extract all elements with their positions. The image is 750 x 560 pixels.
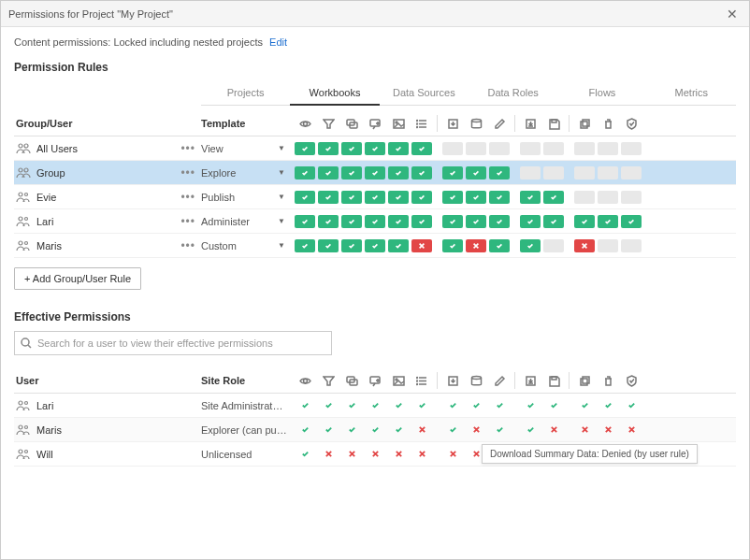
search-box[interactable] [14,331,332,355]
capability-cell[interactable] [543,239,564,252]
rule-row[interactable]: All Users•••View▼ [14,136,736,161]
capability-cell[interactable] [489,142,510,155]
capability-cell[interactable] [598,191,618,204]
capability-cell[interactable] [442,191,463,204]
capability-cell[interactable] [574,191,595,204]
capability-cell[interactable] [295,215,315,228]
close-icon[interactable]: ✕ [723,7,742,22]
capability-cell[interactable] [388,191,409,204]
capability-cell[interactable] [489,166,510,179]
capability-cell[interactable] [574,142,595,155]
search-input[interactable] [37,337,325,349]
capability-cell[interactable] [598,142,618,155]
capability-cell[interactable] [442,239,463,252]
capability-cell[interactable] [388,166,409,179]
capability-cell[interactable] [543,142,564,155]
capability-cell[interactable] [411,239,432,252]
tab-data-roles[interactable]: Data Roles [469,81,557,106]
capability-cell[interactable] [388,142,409,155]
capability-cell[interactable] [411,191,432,204]
rule-row[interactable]: Maris•••Custom▼ [14,234,736,258]
tab-projects[interactable]: Projects [201,81,290,106]
template-dropdown[interactable]: Explore▼ [201,167,295,179]
capability-cell[interactable] [621,166,642,179]
capability-cell[interactable] [574,215,595,228]
capability-cell[interactable] [520,166,541,179]
rule-row[interactable]: Lari•••Administer▼ [14,209,736,234]
tab-data-sources[interactable]: Data Sources [380,81,469,106]
capability-cell[interactable] [621,215,642,228]
capability-cell[interactable] [466,191,486,204]
capability-cell[interactable] [365,142,385,155]
effective-row[interactable]: WillUnlicensedDownload Summary Data: Den… [14,442,736,467]
capability-cell[interactable] [318,142,339,155]
tab-metrics[interactable]: Metrics [647,81,736,106]
capability-cell[interactable] [341,166,362,179]
capability-cell[interactable] [442,166,463,179]
capability-cell[interactable] [621,191,642,204]
capability-cell[interactable] [318,191,339,204]
capability-cell[interactable] [598,166,618,179]
row-actions-menu[interactable]: ••• [175,215,201,228]
capability-cell[interactable] [489,191,510,204]
capability-cell[interactable] [520,191,541,204]
add-group-user-rule-button[interactable]: + Add Group/User Rule [14,267,141,290]
capability-cell[interactable] [365,191,385,204]
effective-row[interactable]: MarisExplorer (can pu… [14,418,736,442]
capability-cell[interactable] [341,215,362,228]
row-actions-menu[interactable]: ••• [175,142,201,155]
capability-cell[interactable] [621,142,642,155]
row-actions-menu[interactable]: ••• [175,191,201,204]
capability-cell[interactable] [341,239,362,252]
capability-cell[interactable] [621,239,642,252]
capability-cell[interactable] [411,215,432,228]
capability-cell[interactable] [341,142,362,155]
template-dropdown[interactable]: Administer▼ [201,216,295,227]
rule-row[interactable]: Evie•••Publish▼ [14,185,736,209]
effective-row[interactable]: LariSite Administrat… [14,394,736,418]
capability-cell[interactable] [318,166,339,179]
capability-cell[interactable] [489,239,510,252]
edit-link[interactable]: Edit [269,36,287,48]
capability-cell[interactable] [295,191,315,204]
capability-cell[interactable] [295,166,315,179]
capability-cell[interactable] [318,239,339,252]
capability-cell[interactable] [598,215,618,228]
comments-icon [341,115,362,132]
rule-row[interactable]: Group•••Explore▼ [14,161,736,185]
capability-cell[interactable] [543,191,564,204]
capability-cell[interactable] [411,166,432,179]
capability-cell[interactable] [574,166,595,179]
capability-cell[interactable] [411,142,432,155]
capability-cell[interactable] [341,191,362,204]
capability-cell[interactable] [295,239,315,252]
tab-flows[interactable]: Flows [557,81,646,106]
capability-cell[interactable] [543,166,564,179]
capability-cell[interactable] [365,166,385,179]
capability-cell[interactable] [598,239,618,252]
capability-cell[interactable] [365,215,385,228]
capability-cell[interactable] [489,215,510,228]
capability-cell[interactable] [466,239,486,252]
capability-cell[interactable] [295,142,315,155]
row-actions-menu[interactable]: ••• [175,239,201,252]
capability-cell[interactable] [466,166,486,179]
capability-cell[interactable] [442,142,463,155]
tab-workbooks[interactable]: Workbooks [290,81,379,106]
capability-cell[interactable] [520,215,541,228]
capability-cell[interactable] [442,215,463,228]
template-dropdown[interactable]: Custom▼ [201,240,295,251]
capability-cell[interactable] [318,215,339,228]
capability-cell[interactable] [543,215,564,228]
template-dropdown[interactable]: View▼ [201,143,295,154]
capability-cell[interactable] [466,215,486,228]
row-actions-menu[interactable]: ••• [175,166,201,179]
capability-cell[interactable] [466,142,486,155]
capability-cell[interactable] [574,239,595,252]
capability-cell[interactable] [365,239,385,252]
capability-cell[interactable] [520,239,541,252]
capability-cell[interactable] [388,215,409,228]
capability-cell[interactable] [388,239,409,252]
capability-cell[interactable] [520,142,541,155]
template-dropdown[interactable]: Publish▼ [201,192,295,203]
